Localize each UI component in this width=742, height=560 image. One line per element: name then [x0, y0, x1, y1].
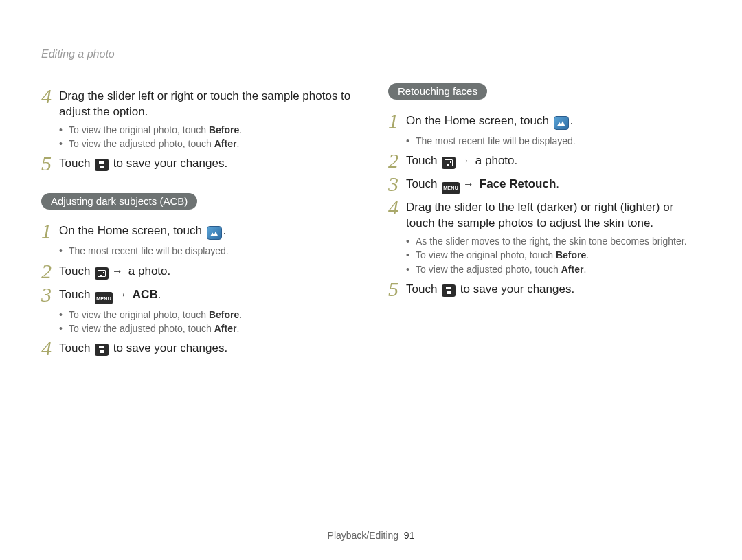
page-number: 91 — [404, 530, 415, 541]
arrow-icon: → — [457, 155, 472, 166]
save-icon — [442, 284, 456, 297]
rf-step-1-bullets: The most recent file will be displayed. — [406, 134, 701, 148]
arrow-icon: → — [110, 265, 125, 277]
step-number: 2 — [388, 150, 406, 171]
step-number: 5 — [41, 153, 59, 174]
step-text: Touch → a photo. — [59, 262, 170, 280]
content-columns: 4 Drag the slider left or right or touch… — [41, 83, 701, 361]
bullet: To view the adjusted photo, touch After. — [59, 322, 354, 335]
footer-section: Playback/Editing — [328, 530, 399, 541]
rf-step-2: 2 Touch → a photo. — [388, 152, 701, 171]
page-footer: Playback/Editing 91 — [0, 530, 742, 541]
step-text: Touch → ACB. — [59, 286, 161, 305]
step-text: On the Home screen, touch . — [59, 222, 226, 240]
section-heading-retouch: Retouching faces — [388, 83, 487, 100]
bullet: The most recent file will be displayed. — [406, 134, 701, 148]
save-icon — [95, 159, 109, 171]
step-5: 5 Touch to save your changes. — [41, 155, 354, 174]
rf-step-5: 5 Touch to save your changes. — [388, 280, 701, 300]
manual-page: Editing a photo 4 Drag the slider left o… — [0, 0, 742, 560]
step-text: On the Home screen, touch . — [406, 112, 573, 130]
acb-step-4: 4 Touch to save your changes. — [41, 339, 354, 359]
bullet: To view the original photo, touch Before… — [406, 248, 701, 262]
step-text: Touch → a photo. — [406, 152, 517, 169]
bullet: To view the original photo, touch Before… — [59, 123, 354, 137]
acb-step-1: 1 On the Home screen, touch . — [41, 222, 354, 241]
rf-step-3: 3 Touch → Face Retouch. — [388, 175, 701, 194]
bullet: To view the adjusted photo, touch After. — [59, 137, 354, 150]
step-number: 3 — [41, 284, 59, 305]
menu-icon — [95, 292, 113, 304]
step-number: 1 — [388, 111, 406, 131]
left-column: 4 Drag the slider left or right or touch… — [41, 83, 354, 361]
arrow-icon: → — [461, 178, 476, 190]
step-number: 4 — [41, 86, 59, 107]
breadcrumb: Editing a photo — [41, 48, 701, 65]
step-number: 2 — [41, 261, 59, 282]
rf-step-4-bullets: As the slider moves to the right, the sk… — [406, 234, 701, 276]
acb-step-2: 2 Touch → a photo. — [41, 262, 354, 282]
bullet: To view the adjusted photo, touch After. — [406, 262, 701, 276]
step-text: Touch to save your changes. — [59, 155, 227, 172]
bullet: The most recent file will be displayed. — [59, 244, 354, 258]
rf-step-4: 4 Drag the slider to the left (darker) o… — [388, 199, 701, 232]
step-text: Touch to save your changes. — [406, 280, 574, 298]
acb-step-3: 3 Touch → ACB. — [41, 286, 354, 305]
step-text: Drag the slider to the left (darker) or … — [406, 199, 701, 232]
step-number: 3 — [388, 174, 406, 194]
photo-browse-icon — [95, 267, 109, 280]
acb-step-1-bullets: The most recent file will be displayed. — [59, 244, 354, 258]
step-text: Drag the slider left or right or touch t… — [59, 87, 354, 120]
step-number: 5 — [388, 279, 406, 300]
step-number: 4 — [388, 197, 406, 218]
photo-app-icon — [207, 226, 222, 240]
photo-app-icon — [554, 116, 569, 130]
acb-step-3-bullets: To view the original photo, touch Before… — [59, 308, 354, 336]
step-4: 4 Drag the slider left or right or touch… — [41, 87, 354, 120]
bullet: As the slider moves to the right, the sk… — [406, 234, 701, 248]
save-icon — [95, 344, 109, 356]
rf-step-1: 1 On the Home screen, touch . — [388, 112, 701, 131]
arrow-icon: → — [114, 289, 129, 300]
step-number: 4 — [41, 338, 59, 359]
step-text: Touch to save your changes. — [59, 339, 227, 357]
menu-icon — [442, 182, 460, 194]
photo-browse-icon — [442, 157, 456, 169]
step-number: 1 — [41, 221, 59, 241]
bullet: To view the original photo, touch Before… — [59, 308, 354, 322]
step-4-bullets: To view the original photo, touch Before… — [59, 123, 354, 151]
section-heading-acb: Adjusting dark subjects (ACB) — [41, 193, 197, 210]
right-column: Retouching faces 1 On the Home screen, t… — [388, 83, 701, 361]
step-text: Touch → Face Retouch. — [406, 175, 559, 194]
